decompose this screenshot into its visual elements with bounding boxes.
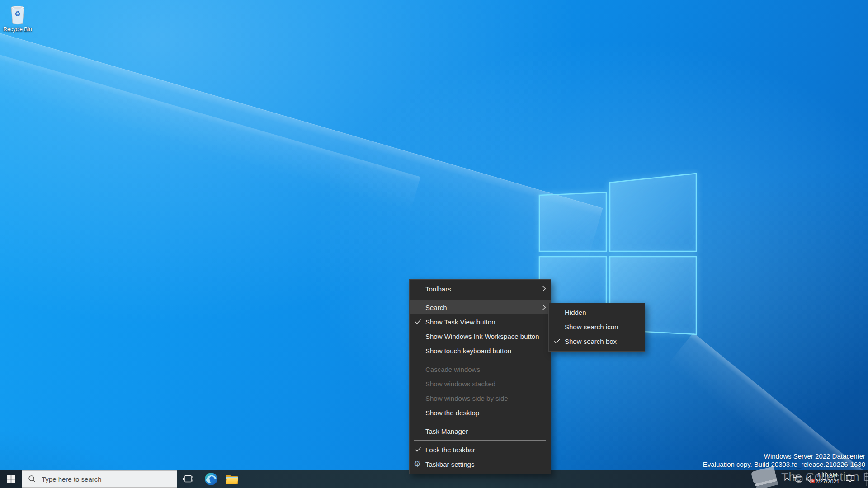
wired-network-icon	[793, 474, 803, 483]
recycle-bin-label: Recycle Bin	[3, 26, 33, 33]
menu-item-show-windows-stacked: Show windows stacked	[410, 376, 551, 391]
checkmark-icon	[554, 338, 561, 344]
menu-item-label: Lock the taskbar	[425, 446, 475, 454]
file-explorer-button[interactable]	[222, 470, 242, 488]
start-button[interactable]	[0, 470, 22, 488]
taskbar-clock[interactable]: 8:10 AM 2/27/2021	[813, 472, 842, 485]
watermark-line1: Windows Server 2022 Datacenter	[703, 452, 865, 460]
submenu-item-hidden[interactable]: Hidden	[549, 305, 645, 319]
microsoft-edge-icon	[204, 472, 218, 486]
menu-item-search[interactable]: Search	[410, 300, 551, 314]
menu-separator	[414, 298, 546, 298]
task-view-icon	[183, 474, 194, 483]
menu-item-label: Taskbar settings	[425, 460, 474, 468]
submenu-item-show-search-box[interactable]: Show search box	[549, 334, 645, 348]
menu-separator	[414, 360, 546, 360]
menu-item-show-task-view-button[interactable]: Show Task View button	[410, 314, 551, 329]
evaluation-watermark: Windows Server 2022 Datacenter Evaluatio…	[703, 452, 865, 469]
menu-item-label: Show windows side by side	[425, 394, 508, 402]
action-center-button[interactable]	[844, 470, 856, 488]
chevron-up-icon	[784, 477, 790, 481]
menu-item-cascade-windows: Cascade windows	[410, 362, 551, 376]
search-icon	[28, 475, 36, 483]
menu-item-label: Search	[425, 304, 447, 311]
show-hidden-icons-button[interactable]	[783, 470, 792, 488]
menu-item-show-windows-side-by-side: Show windows side by side	[410, 391, 551, 405]
windows-start-icon	[7, 475, 15, 483]
watermark-line2: Evaluation copy. Build 20303.fe_release.…	[703, 460, 865, 469]
taskbar-context-menu: Toolbars Search Show Task View button Sh…	[409, 279, 551, 474]
menu-item-label: Hidden	[565, 309, 586, 316]
desktop[interactable]: ♻ Recycle Bin Windows Server 2022 Datace…	[0, 0, 868, 488]
network-tray-button[interactable]	[793, 470, 803, 488]
gear-icon: ⚙	[414, 460, 421, 468]
light-beam	[0, 51, 420, 246]
menu-item-label: Toolbars	[425, 285, 451, 293]
menu-item-label: Cascade windows	[425, 366, 480, 373]
menu-item-label: Show Windows Ink Workspace button	[425, 333, 539, 340]
menu-item-label: Show search icon	[565, 323, 618, 331]
menu-item-toolbars[interactable]: Toolbars	[410, 282, 551, 296]
menu-item-label: Show search box	[565, 338, 617, 345]
taskbar-search-box[interactable]	[22, 470, 177, 488]
menu-item-show-windows-ink-workspace-button[interactable]: Show Windows Ink Workspace button	[410, 329, 551, 343]
search-input[interactable]	[41, 475, 160, 483]
microsoft-edge-button[interactable]	[201, 470, 222, 488]
menu-item-label: Show touch keyboard button	[425, 347, 511, 355]
submenu-arrow-icon	[542, 286, 546, 292]
menu-separator	[414, 440, 546, 441]
menu-separator	[414, 422, 546, 422]
menu-item-label: Show windows stacked	[425, 380, 495, 388]
menu-item-label: Task Manager	[425, 427, 468, 435]
menu-item-show-touch-keyboard-button[interactable]: Show touch keyboard button	[410, 343, 551, 358]
menu-item-label: Show Task View button	[425, 318, 495, 326]
submenu-arrow-icon	[542, 304, 546, 310]
recycle-bin-desktop-icon[interactable]: ♻ Recycle Bin	[3, 5, 33, 33]
menu-item-task-manager[interactable]: Task Manager	[410, 424, 551, 438]
recycle-symbol-icon: ♻	[14, 10, 21, 18]
checkmark-icon	[415, 319, 421, 324]
menu-item-show-the-desktop[interactable]: Show the desktop	[410, 405, 551, 420]
task-view-button[interactable]	[178, 470, 199, 488]
submenu-item-show-search-icon[interactable]: Show search icon	[549, 319, 645, 334]
clock-time: 8:10 AM	[813, 472, 842, 479]
clock-date: 2/27/2021	[813, 479, 842, 485]
checkmark-icon	[415, 447, 421, 452]
menu-item-label: Show the desktop	[425, 409, 479, 417]
menu-item-lock-the-taskbar[interactable]: Lock the taskbar	[410, 442, 551, 457]
show-desktop-button[interactable]	[866, 472, 867, 486]
search-submenu: Hidden Show search icon Show search box	[548, 303, 645, 352]
file-explorer-icon	[225, 474, 239, 485]
action-center-icon	[845, 475, 855, 483]
menu-item-taskbar-settings[interactable]: ⚙ Taskbar settings	[410, 457, 551, 471]
